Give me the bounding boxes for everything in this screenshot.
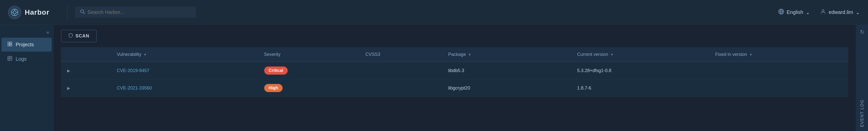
col-expand-header (61, 47, 89, 62)
fixed-version-cell (710, 79, 848, 97)
event-log-sidebar: ↻ EVENT LOG (856, 25, 868, 131)
vulnerability-table: Vulnerability ▼ Severity CVSS3 (61, 47, 848, 97)
nav-divider (67, 5, 67, 20)
language-label: English (787, 9, 803, 15)
col-cvss-header: CVSS3 (360, 47, 443, 62)
scan-label: SCAN (75, 33, 89, 39)
current-version-cell: 1.8.7-6 (572, 79, 710, 97)
svg-rect-14 (8, 42, 9, 44)
expand-cell: ▶ (61, 62, 89, 79)
language-selector[interactable]: English ⌄ (778, 8, 810, 16)
col-severity-header: Severity (259, 47, 360, 62)
package-cell: libdb5.3 (443, 62, 572, 79)
table-header-row: Vulnerability ▼ Severity CVSS3 (61, 47, 848, 62)
sidebar-item-projects[interactable]: Projects (1, 38, 52, 52)
chevron-down-icon: ⌄ (856, 9, 860, 16)
filter-icon[interactable]: ▼ (143, 53, 147, 57)
user-icon (820, 8, 826, 16)
severity-badge: Critical (264, 67, 288, 75)
sidebar-item-label: Logs (16, 56, 27, 62)
severity-cell: Critical (259, 62, 360, 79)
nav-right: English ⌄ edward.lim ⌄ (778, 8, 860, 16)
grid-icon (7, 42, 12, 48)
top-navigation: Harbor English ⌄ (0, 0, 868, 25)
severity-badge: High (264, 84, 283, 92)
refresh-icon[interactable]: ↻ (860, 29, 865, 35)
expand-cell: ▶ (61, 79, 89, 97)
package-cell: libgcrypt20 (443, 79, 572, 97)
chevron-down-icon: ⌄ (806, 9, 810, 16)
svg-rect-17 (10, 44, 12, 46)
col-current-version-header[interactable]: Current version ▼ (572, 47, 710, 62)
globe-icon (778, 8, 784, 16)
table-row: ▶ CVE-2019-8457 Critical libdb5.3 5.3.28… (61, 62, 848, 79)
row-expand-button[interactable]: ▶ (66, 85, 71, 91)
cvss3-cell (360, 79, 443, 97)
cve-id-cell: CVE-2021-33560 (112, 79, 259, 97)
filter-icon[interactable]: ▼ (610, 53, 614, 57)
shield-icon (68, 33, 73, 39)
logs-icon (7, 56, 12, 62)
collapse-icon: « (46, 29, 49, 35)
svg-point-13 (822, 9, 824, 11)
col-fixed-version-header[interactable]: Fixed in version ▼ (710, 47, 848, 62)
col-package-header[interactable]: Package ▼ (443, 47, 572, 62)
svg-point-1 (13, 11, 16, 14)
app-title: Harbor (25, 8, 50, 17)
event-log-label[interactable]: EVENT LOG (860, 99, 865, 127)
svg-rect-15 (10, 42, 12, 44)
sidebar: « Projects Logs (0, 25, 54, 131)
page-area: SCAN Vulnerability ▼ Severity (54, 25, 856, 131)
current-version-cell: 5.3.28+dfsg1-0.8 (572, 62, 710, 79)
checkbox-cell (89, 62, 112, 79)
logo-icon (8, 6, 21, 19)
fixed-version-cell (710, 62, 848, 79)
search-icon (80, 9, 85, 16)
filter-icon[interactable]: ▼ (749, 53, 753, 57)
col-vulnerability-header[interactable]: Vulnerability ▼ (112, 47, 259, 62)
cve-id-cell: CVE-2019-8457 (112, 62, 259, 79)
scan-button[interactable]: SCAN (61, 30, 97, 42)
user-selector[interactable]: edward.lim ⌄ (820, 8, 860, 16)
col-checkbox-header (89, 47, 112, 62)
search-input[interactable] (88, 9, 191, 15)
table-row: ▶ CVE-2021-33560 High libgcrypt20 1.8.7-… (61, 79, 848, 97)
sidebar-item-logs[interactable]: Logs (1, 52, 52, 66)
severity-cell: High (259, 79, 360, 97)
row-expand-button[interactable]: ▶ (66, 67, 71, 74)
username-label: edward.lim (829, 9, 853, 15)
search-box[interactable] (75, 6, 196, 18)
filter-icon[interactable]: ▼ (468, 53, 471, 57)
sidebar-collapse-button[interactable]: « (0, 27, 53, 37)
logo-area: Harbor (8, 6, 50, 19)
checkbox-cell (89, 79, 112, 97)
cvss3-cell (360, 62, 443, 79)
svg-line-7 (83, 12, 85, 14)
cve-link[interactable]: CVE-2021-33560 (117, 85, 152, 90)
cve-link[interactable]: CVE-2019-8457 (117, 68, 149, 73)
svg-rect-16 (8, 44, 9, 46)
main-content: « Projects Logs (0, 25, 868, 131)
sidebar-item-label: Projects (16, 42, 34, 48)
